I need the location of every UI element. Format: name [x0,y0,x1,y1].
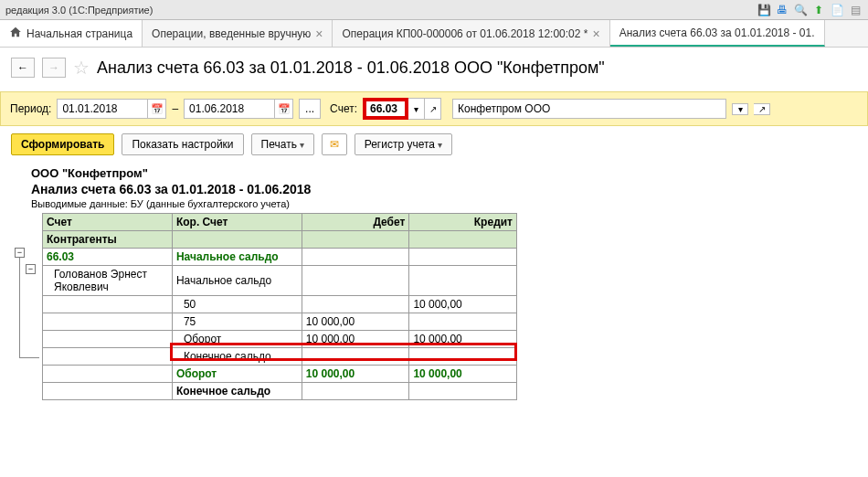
tab-bar: Начальная страница Операции, введенные в… [0,20,868,48]
table-header-row: Счет Кор. Счет Дебет Кредит [43,214,517,231]
period-label: Период: [10,102,51,115]
tab-label: Анализ счета 66.03 за 01.01.2018 - 01. [619,26,815,39]
account-dropdown-icon[interactable]: ▾ [408,98,425,120]
period-picker-button[interactable]: ... [299,99,321,119]
forward-button[interactable]: → [42,58,66,78]
report-org: ООО "Конфетпром" [31,166,855,180]
tab-label: Операции, введенные вручную [152,27,311,40]
save-icon[interactable]: 💾 [757,3,771,17]
tab-label: Операция КП00-000006 от 01.06.2018 12:00… [342,27,587,40]
print-icon[interactable]: 🖶 [775,3,789,17]
page-header: ← → ☆ Анализ счета 66.03 за 01.01.2018 -… [0,48,868,91]
date-to-input[interactable] [184,99,275,119]
report-table: Счет Кор. Счет Дебет Кредит Контрагенты … [42,213,517,400]
table-row[interactable]: Оборот 10 000,00 10 000,00 [43,331,517,348]
close-icon[interactable]: × [592,26,599,41]
col-debit: Дебет [302,214,409,231]
calendar-icon[interactable]: 📅 [275,99,293,119]
col-kor: Кор. Счет [172,214,302,231]
more-icon[interactable]: ▤ [848,3,863,17]
date-to-group: 📅 [184,99,293,119]
account-input-group: ▾ ↗ [363,98,441,120]
tab-operation-detail[interactable]: Операция КП00-000006 от 01.06.2018 12:00… [333,20,609,47]
tab-home-label: Начальная страница [26,27,132,40]
page-title: Анализ счета 66.03 за 01.01.2018 - 01.06… [97,58,605,78]
report-table-wrap: Счет Кор. Счет Дебет Кредит Контрагенты … [42,213,517,400]
org-open-icon[interactable]: ↗ [754,103,770,115]
titlebar-actions: 💾 🖶 🔍 ⬆ 📄 ▤ [757,3,863,17]
window-title: редакция 3.0 (1С:Предприятие) [5,5,757,16]
table-row[interactable]: Голованов Эрнест Яковлевич Начальное сал… [43,266,517,296]
calendar-icon[interactable]: 📅 [148,99,166,119]
home-icon [9,26,22,41]
organization-input[interactable] [452,99,726,119]
preview-icon[interactable]: 🔍 [793,3,808,17]
report-area: ООО "Конфетпром" Анализ счета 66.03 за 0… [0,163,868,409]
table-row[interactable]: Конечное сальдо [43,383,517,400]
table-row[interactable]: 75 10 000,00 [43,313,517,331]
tree-collapse-icon[interactable]: − [15,248,25,258]
tab-operations[interactable]: Операции, введенные вручную × [143,20,333,47]
email-icon: ✉ [330,138,339,151]
show-settings-button[interactable]: Показать настройки [122,133,243,155]
date-from-input[interactable] [57,99,148,119]
period-toolbar: Период: 📅 – 📅 ... Счет: ▾ ↗ ▾ ↗ [0,91,868,126]
report-subtitle: Выводимые данные: БУ (данные бухгалтерск… [31,198,855,209]
col-account: Счет [43,214,173,231]
table-row[interactable]: 66.03 Начальное сальдо [43,249,517,266]
account-input[interactable] [363,98,408,120]
period-dash: – [172,102,178,115]
table-row[interactable]: Конечное сальдо [43,348,517,366]
report-header: ООО "Конфетпром" Анализ счета 66.03 за 0… [31,166,855,209]
tree-collapse-icon[interactable]: − [26,264,36,274]
close-icon[interactable]: × [315,26,323,41]
email-button[interactable]: ✉ [322,133,347,155]
window-titlebar: редакция 3.0 (1С:Предприятие) 💾 🖶 🔍 ⬆ 📄 … [0,0,868,20]
table-row[interactable]: 50 10 000,00 [43,296,517,313]
account-label: Счет: [330,102,357,115]
org-dropdown-icon[interactable]: ▾ [732,103,748,115]
register-button[interactable]: Регистр учета [355,133,452,155]
tab-home[interactable]: Начальная страница [0,20,143,47]
tab-account-analysis[interactable]: Анализ счета 66.03 за 01.01.2018 - 01. [610,20,825,47]
action-toolbar: Сформировать Показать настройки Печать ✉… [0,126,868,163]
account-open-icon[interactable]: ↗ [425,98,441,120]
form-button[interactable]: Сформировать [11,133,114,155]
subhead-label: Контрагенты [43,231,173,249]
col-credit: Кредит [409,214,517,231]
report-title: Анализ счета 66.03 за 01.01.2018 - 01.06… [31,182,855,196]
tree-gutter: − − [13,213,42,400]
favorite-icon[interactable]: ☆ [73,57,90,79]
back-button[interactable]: ← [11,58,35,78]
table-subheader-row: Контрагенты [43,231,517,249]
copy-icon[interactable]: 📄 [830,3,844,17]
table-row-total[interactable]: Оборот 10 000,00 10 000,00 [43,366,517,383]
print-button[interactable]: Печать [251,133,314,155]
report-grid-wrap: − − Счет Кор. Счет Дебет Кредит Контраге… [13,213,855,400]
export-icon[interactable]: ⬆ [811,3,826,17]
date-from-group: 📅 [57,99,166,119]
